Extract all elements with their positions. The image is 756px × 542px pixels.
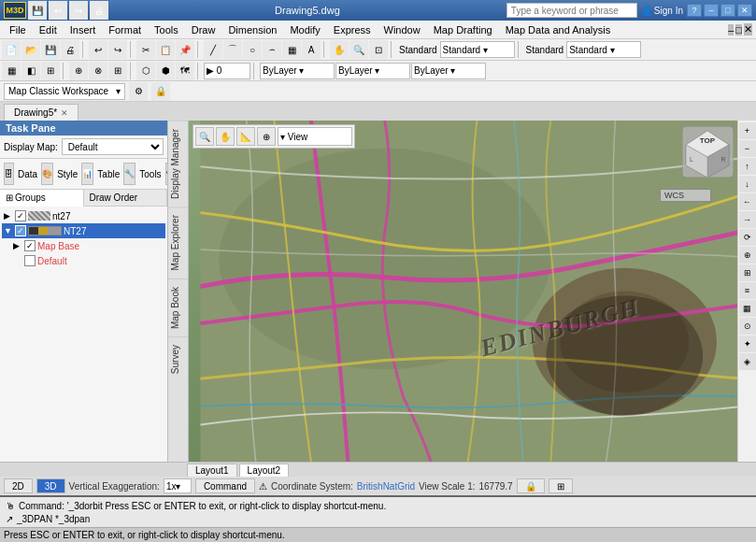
map-tb-zoom-in[interactable]: 🔍 xyxy=(195,127,214,146)
map-rt-zoom-out[interactable]: − xyxy=(739,140,756,157)
menu-map-data[interactable]: Map Data and Analysis xyxy=(500,22,617,37)
layer-item-default[interactable]: Default xyxy=(2,253,165,268)
tb-copy[interactable]: 📋 xyxy=(156,40,175,59)
tb-cut[interactable]: ✂ xyxy=(136,40,155,59)
map-tb-pan[interactable]: ✋ xyxy=(216,127,235,146)
keyword-search-input[interactable] xyxy=(506,3,637,18)
tb-save[interactable]: 💾 xyxy=(41,40,60,59)
map-rt-render[interactable]: ✦ xyxy=(739,335,756,352)
map-rt-pan-right[interactable]: → xyxy=(739,211,756,228)
layout1-tab[interactable]: Layout1 xyxy=(187,464,237,477)
map-rt-properties[interactable]: ≡ xyxy=(739,282,756,299)
map-rt-3d-orbit[interactable]: ⟳ xyxy=(739,229,756,246)
tool-tools[interactable]: 🔧 xyxy=(123,163,136,185)
title-close[interactable]: ✕ xyxy=(737,4,752,17)
menu-window[interactable]: Window xyxy=(378,22,426,37)
title-minimize[interactable]: – xyxy=(704,4,719,17)
display-map-dropdown[interactable]: Default xyxy=(62,138,164,155)
doc-tab-close[interactable]: ✕ xyxy=(61,108,68,118)
tb-arc[interactable]: ⌢ xyxy=(263,40,281,59)
map-rt-material[interactable]: ◈ xyxy=(739,353,756,370)
tb-print[interactable]: 🖨 xyxy=(61,40,79,59)
tb-snap2[interactable]: ⊗ xyxy=(89,62,107,80)
map-rt-pan-left[interactable]: ← xyxy=(739,193,756,210)
menu-file[interactable]: File xyxy=(4,22,32,37)
tb-hatch[interactable]: ▦ xyxy=(282,40,301,59)
mode-3d-btn[interactable]: 3D xyxy=(36,478,65,493)
expand-NT27[interactable]: ▼ xyxy=(4,226,13,235)
tab-groups[interactable]: ⊞ Groups xyxy=(0,190,84,207)
map-tb-view-dropdown[interactable]: ▾ View xyxy=(278,127,352,146)
map-tb-snap[interactable]: ⊕ xyxy=(257,127,276,146)
inner-minimize[interactable]: – xyxy=(728,24,734,36)
tb-zoom-window[interactable]: 🔍 xyxy=(349,40,368,59)
mode-2d-btn[interactable]: 2D xyxy=(4,478,33,493)
map-rt-pan-up[interactable]: ↑ xyxy=(739,158,756,175)
tb-polyline[interactable]: ⌒ xyxy=(223,40,242,59)
tb-3d1[interactable]: ⬡ xyxy=(136,62,155,80)
map-rt-view[interactable]: ⊙ xyxy=(739,318,756,335)
tool-data[interactable]: 🗄 xyxy=(4,163,14,185)
menu-tools[interactable]: Tools xyxy=(149,22,184,37)
doc-tab-drawing5[interactable]: Drawing5* ✕ xyxy=(4,104,78,121)
tool-style[interactable]: 🎨 xyxy=(41,163,53,185)
tb-3d2[interactable]: ⬢ xyxy=(156,62,175,80)
panel-map-book[interactable]: Map Book xyxy=(168,278,188,336)
checkbox-mapbase[interactable] xyxy=(24,240,36,251)
map-rt-snap-grid[interactable]: ⊞ xyxy=(739,264,756,281)
panel-map-explorer[interactable]: Map Explorer xyxy=(168,207,188,278)
panel-survey[interactable]: Survey xyxy=(168,336,188,381)
tb-snap1[interactable]: ⊕ xyxy=(69,62,88,80)
standard-dropdown2[interactable]: Standard ▾ xyxy=(566,41,641,58)
tb-line[interactable]: ╱ xyxy=(204,40,222,59)
tool-table[interactable]: 📊 xyxy=(81,163,93,185)
title-maximize[interactable]: □ xyxy=(720,4,735,17)
menu-dimension[interactable]: Dimension xyxy=(222,22,282,37)
expand-nt27[interactable]: ▶ xyxy=(4,211,13,221)
tb-layer2[interactable]: ◧ xyxy=(21,62,40,80)
color-dropdown[interactable]: ByLayer ▾ xyxy=(260,63,335,79)
vert-exag-dropdown[interactable]: 1x▾ xyxy=(164,478,192,493)
tb-text[interactable]: A xyxy=(302,40,321,59)
quick-access-print[interactable]: 🖨 xyxy=(90,1,108,20)
tb-pan[interactable]: ✋ xyxy=(330,40,349,59)
quick-access-undo[interactable]: ↩ xyxy=(49,1,67,20)
inner-maximize[interactable]: □ xyxy=(735,24,742,36)
map-rt-zoom-in[interactable]: + xyxy=(739,122,756,139)
layer-item-NT27[interactable]: ▼ NT27 xyxy=(2,223,165,238)
layer-item-mapbase[interactable]: ▶ Map Base xyxy=(2,238,165,253)
standard-dropdown[interactable]: Standard ▾ xyxy=(440,41,515,58)
panel-display-manager[interactable]: Display Manager xyxy=(168,121,188,207)
signin-label[interactable]: Sign In xyxy=(654,6,683,16)
help-btn[interactable]: ? xyxy=(687,4,702,17)
layout2-tab[interactable]: Layout2 xyxy=(239,464,290,477)
checkbox-NT27[interactable] xyxy=(15,225,26,236)
tb-redo[interactable]: ↪ xyxy=(108,40,127,59)
tb-circle[interactable]: ○ xyxy=(243,40,262,59)
tab-draw-order[interactable]: Draw Order xyxy=(84,190,168,206)
tb-layer3[interactable]: ⊞ xyxy=(41,62,60,80)
map-rt-3d-orbit2[interactable]: ⊕ xyxy=(739,247,756,264)
tb-snap3[interactable]: ⊞ xyxy=(108,62,127,80)
lineweight-dropdown[interactable]: ByLayer ▾ xyxy=(411,63,486,79)
quick-access-redo[interactable]: ↪ xyxy=(69,1,88,20)
checkbox-nt27[interactable] xyxy=(15,210,26,221)
map-tb-measure[interactable]: 📐 xyxy=(236,127,255,146)
tb-paste[interactable]: 📌 xyxy=(176,40,194,59)
menu-edit[interactable]: Edit xyxy=(34,22,63,37)
menu-modify[interactable]: Modify xyxy=(284,22,325,37)
map-area[interactable]: EDINBURGH 🔍 ✋ 📐 ⊕ ▾ View xyxy=(189,121,756,462)
tb-map1[interactable]: 🗺 xyxy=(176,62,194,80)
tb-undo[interactable]: ↩ xyxy=(89,40,107,59)
menu-insert[interactable]: Insert xyxy=(64,22,102,37)
layer-item-nt27[interactable]: ▶ nt27 xyxy=(2,208,165,223)
map-rt-layers[interactable]: ▦ xyxy=(739,300,756,317)
tb-new[interactable]: 📄 xyxy=(2,40,21,59)
menu-draw[interactable]: Draw xyxy=(186,22,221,37)
view-scale-expand[interactable]: ⊞ xyxy=(549,478,573,493)
workspace-lock[interactable]: 🔒 xyxy=(151,82,170,101)
view-scale-lock[interactable]: 🔒 xyxy=(517,478,545,493)
workspace-dropdown[interactable]: Map Classic Workspace ▾ xyxy=(4,83,125,100)
expand-mapbase[interactable]: ▶ xyxy=(13,241,22,250)
tb-open[interactable]: 📂 xyxy=(21,40,40,59)
